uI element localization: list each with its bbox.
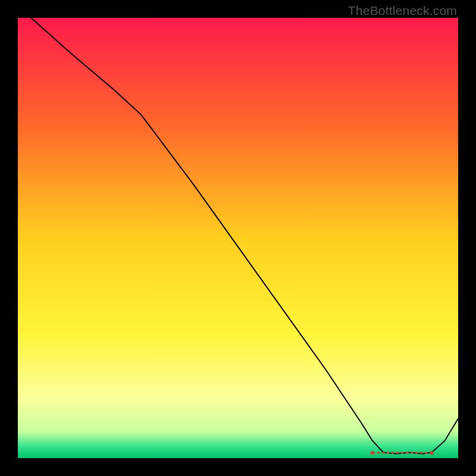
chart-plot xyxy=(18,18,458,458)
min-band-dot xyxy=(371,451,374,455)
min-band-dot xyxy=(430,451,433,455)
watermark-text: TheBottleneck.com xyxy=(348,4,457,18)
chart-background xyxy=(18,18,458,458)
chart-frame xyxy=(18,18,458,458)
